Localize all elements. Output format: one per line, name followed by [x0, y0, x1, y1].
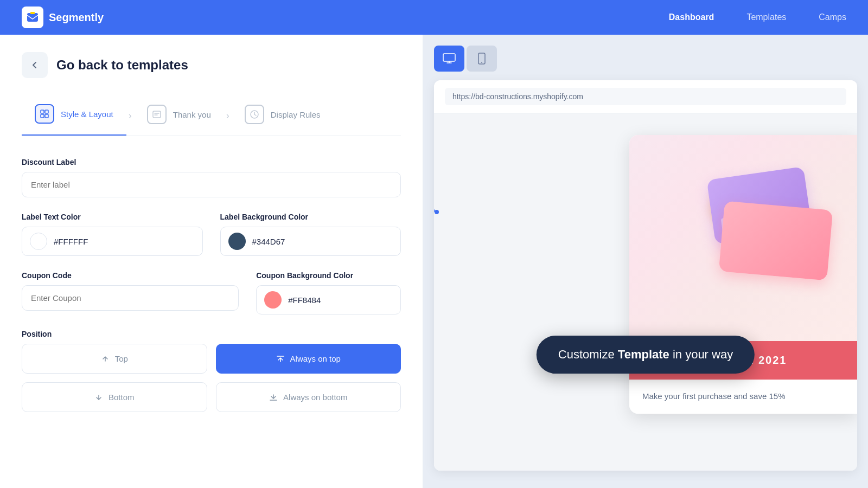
label-bg-color-label: Label Background Color: [220, 213, 401, 221]
label-bg-color-value: #344D67: [252, 237, 285, 246]
pos-always-bottom-button[interactable]: Always on bottom: [216, 382, 401, 412]
svg-rect-5: [45, 114, 48, 118]
label-text-color-group: Label Text Color #FFFFFF: [22, 213, 203, 256]
coupon-bg-color-label: Coupon Background Color: [256, 271, 401, 280]
coupon-bg-color-picker[interactable]: #FF8484: [256, 285, 401, 314]
nav-dashboard[interactable]: Dashboard: [669, 12, 714, 22]
pos-always-top-button[interactable]: Always on top: [216, 344, 401, 374]
coupon-code-input[interactable]: [22, 285, 239, 311]
nav-camps[interactable]: Camps: [819, 12, 846, 22]
preview-footer: Make your first purchase and save 15%: [629, 380, 857, 414]
svg-rect-8: [443, 54, 455, 61]
step-thanks-label: Thank you: [173, 110, 211, 119]
pos-top-button[interactable]: Top: [22, 344, 207, 374]
discount-label-input[interactable]: [22, 172, 401, 197]
svg-rect-1: [30, 12, 35, 14]
label-text-color-picker[interactable]: #FFFFFF: [22, 227, 203, 256]
label-text-color-value: #FFFFFF: [54, 237, 88, 246]
pink-card: [719, 201, 833, 281]
svg-rect-3: [45, 110, 48, 113]
logo: Segmently: [22, 7, 104, 28]
color-row: Label Text Color #FFFFFF Label Backgroun…: [22, 213, 401, 256]
coupon-bg-color-value: #FF8484: [288, 296, 321, 305]
discount-label-label: Discount Label: [22, 158, 401, 166]
back-section: Go back to templates: [22, 52, 401, 78]
position-label: Position: [22, 330, 401, 338]
label-text-color-swatch: [30, 233, 47, 250]
label-bg-color-picker[interactable]: #344D67: [220, 227, 401, 256]
svg-rect-2: [41, 110, 44, 113]
svg-rect-0: [27, 13, 38, 22]
back-button[interactable]: [22, 52, 48, 78]
header: Segmently Dashboard Templates Camps: [0, 0, 868, 35]
discount-label-section: Discount Label: [22, 158, 401, 197]
right-panel: https://bd-constructions.myshopify.com: [423, 35, 868, 488]
coupon-code-label: Coupon Code: [22, 271, 239, 280]
step-style-layout[interactable]: Style & Layout: [22, 95, 126, 136]
step-icon-layout: [35, 104, 54, 124]
browser-url: https://bd-constructions.myshopify.com: [445, 88, 846, 105]
step-display-rules[interactable]: Display Rules: [232, 96, 334, 135]
preview-3d-area: 💰: [629, 135, 857, 341]
step-icon-thanks: [147, 105, 167, 124]
step-arrow-1: ›: [129, 110, 132, 121]
browser-content: 💰 SUMMER 2021 Make your first purchase a…: [434, 113, 857, 471]
header-nav: Dashboard Templates Camps: [669, 12, 846, 22]
nav-templates[interactable]: Templates: [746, 12, 786, 22]
left-panel: Go back to templates Style & Layout ›: [0, 35, 423, 488]
card-3d-illustration: 💰: [667, 162, 819, 314]
step-style-label: Style & Layout: [61, 110, 113, 119]
steps-nav: Style & Layout › Thank you ›: [22, 95, 401, 136]
desktop-view-button[interactable]: [434, 46, 464, 72]
step-thank-you[interactable]: Thank you: [134, 96, 224, 135]
coupon-code-group: Coupon Code: [22, 271, 239, 311]
logo-icon: [22, 7, 43, 28]
pos-bottom-button[interactable]: Bottom: [22, 382, 207, 412]
browser-mockup: https://bd-constructions.myshopify.com: [434, 80, 857, 471]
arrow-illustration: [434, 178, 456, 233]
step-arrow-2: ›: [226, 110, 229, 121]
app-name: Segmently: [49, 11, 104, 24]
position-grid: Top Always on top Bottom: [22, 344, 401, 412]
coupon-row: Coupon Code Coupon Background Color #FF8…: [22, 271, 401, 314]
device-toolbar: [434, 46, 857, 72]
main-layout: Go back to templates Style & Layout ›: [0, 35, 868, 488]
svg-point-11: [435, 210, 439, 214]
coupon-bg-color-group: Coupon Background Color #FF8484: [256, 271, 401, 314]
svg-rect-4: [41, 114, 44, 118]
svg-point-10: [481, 62, 482, 63]
promo-subtitle: Make your first purchase and save 15%: [642, 390, 844, 403]
label-bg-color-swatch: [228, 233, 246, 250]
label-bg-color-group: Label Background Color #344D67: [220, 213, 401, 256]
customize-tooltip: Customize Template in your way: [537, 336, 755, 374]
svg-rect-6: [153, 111, 161, 118]
page-title: Go back to templates: [56, 57, 188, 73]
mobile-view-button[interactable]: [467, 46, 497, 72]
coupon-bg-color-swatch: [264, 291, 282, 309]
label-text-color-label: Label Text Color: [22, 213, 203, 221]
position-section: Position Top Always on top: [22, 330, 401, 412]
step-rules-label: Display Rules: [271, 110, 321, 119]
step-icon-rules: [245, 105, 264, 124]
browser-bar: https://bd-constructions.myshopify.com: [434, 80, 857, 113]
